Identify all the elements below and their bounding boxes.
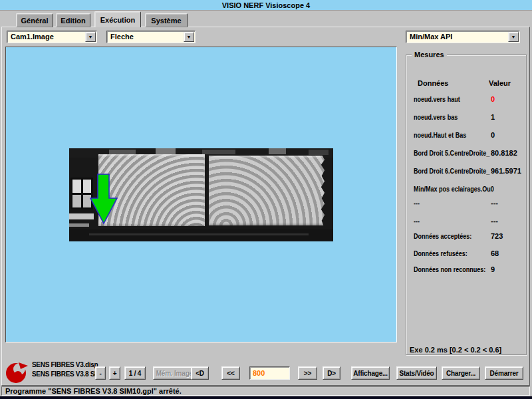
title-bar: VISIO NERF Visioscope 4	[0, 0, 532, 11]
chevron-down-icon[interactable]: ▼	[184, 32, 194, 42]
zoom-out-button[interactable]: -	[95, 366, 106, 380]
measures-group: Mesures Données Valeur noeud.vers haut 0…	[406, 55, 527, 355]
measure-row: Bord Droit 6.CentreDroite_ 961.5971	[406, 167, 527, 176]
measure-row: Données non reconnues: 9	[406, 265, 527, 275]
measure-row: Données refusées: 68	[406, 249, 527, 259]
column-header-value: Valeur	[489, 79, 511, 87]
measure-row: Min/Max pos eclairages.Ou0	[406, 185, 527, 194]
measure-row: Données acceptées: 723	[406, 232, 527, 241]
measures-group-title: Mesures	[412, 51, 447, 59]
tab-general[interactable]: Général	[16, 13, 53, 27]
down-arrow-overlay-icon	[90, 174, 118, 225]
background-strip	[69, 223, 89, 227]
tab-systeme[interactable]: Système	[145, 13, 188, 27]
api-select[interactable]: Min/Max API ▼	[406, 31, 520, 43]
api-select-value[interactable]: Min/Max API	[406, 31, 508, 43]
photo-bottom-shadow	[69, 229, 333, 241]
frame-number-input[interactable]	[249, 366, 290, 380]
column-header-data: Données	[418, 79, 448, 87]
status-bar: Programme "SENS FIBRES V3.8 SIM10.gpl" a…	[1, 386, 530, 396]
execution-time: Exe 0.2 ms [0.2 < 0.2 < 0.6]	[410, 346, 501, 354]
image-viewport	[5, 47, 397, 342]
camera-image	[69, 148, 333, 241]
zoom-in-button[interactable]: +	[109, 366, 120, 380]
display-select[interactable]: Fleche ▼	[106, 31, 196, 43]
measure-row: noeud.vers haut 0	[406, 95, 527, 104]
start-button[interactable]: Démarrer	[485, 366, 523, 380]
tab-execution[interactable]: Exécution	[94, 11, 141, 27]
measure-row: Bord Droit 5.CentreDroite_ 80.8182	[406, 149, 527, 158]
camera-select[interactable]: Cam1.Image ▼	[7, 31, 97, 43]
application-window: VISIO NERF Visioscope 4 Général Edition …	[0, 0, 532, 399]
measure-row: noeud.vers bas 1	[406, 113, 527, 122]
step-fwd-d-button[interactable]: D>	[323, 366, 340, 380]
tab-edition[interactable]: Edition	[56, 13, 90, 27]
measure-row: --- ---	[406, 217, 527, 226]
chevron-down-icon[interactable]: ▼	[85, 32, 96, 42]
display-select-value[interactable]: Fleche	[107, 31, 184, 43]
step-back-d-button[interactable]: <D	[191, 366, 209, 380]
wood-plank-right	[209, 156, 325, 225]
load-button[interactable]: Charger...	[442, 366, 480, 380]
rewind-button[interactable]: <<	[221, 366, 240, 380]
measure-row: --- ---	[406, 199, 527, 208]
chevron-down-icon[interactable]: ▼	[508, 32, 519, 42]
status-text: Programme "SENS FIBRES V3.8 SIM10.gpl" a…	[5, 387, 182, 395]
window-title: VISIO NERF Visioscope 4	[222, 1, 310, 9]
camera-select-value[interactable]: Cam1.Image	[7, 31, 85, 43]
stats-video-button[interactable]: Stats/Vidéo	[396, 366, 437, 380]
display-settings-button[interactable]: Affichage...	[351, 366, 390, 380]
forward-button[interactable]: >>	[298, 366, 317, 380]
measure-row: noeud.Haut et Bas 0	[406, 131, 527, 140]
page-indicator-button[interactable]: 1 / 4	[124, 366, 146, 380]
screen-edge	[0, 396, 532, 399]
